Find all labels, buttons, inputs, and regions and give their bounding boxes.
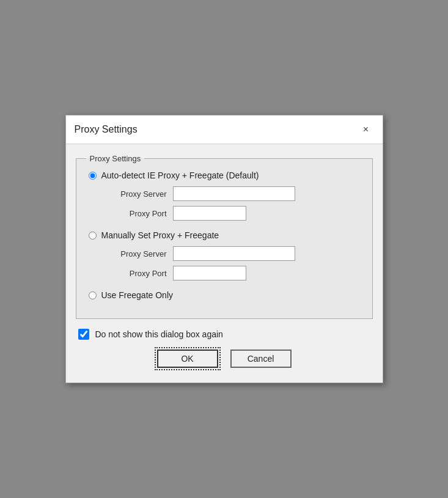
option1-port-input[interactable] — [173, 206, 246, 221]
option2-label[interactable]: Manually Set Proxy + Freegate — [101, 230, 219, 240]
option1-port-label: Proxy Port — [106, 209, 167, 218]
option1-radio[interactable] — [89, 172, 97, 180]
option2-server-row: Proxy Server — [106, 246, 360, 261]
option2-server-input[interactable] — [173, 246, 295, 261]
option2-server-label: Proxy Server — [106, 249, 167, 258]
option1-group: Auto-detect IE Proxy + Freegate (Default… — [89, 170, 360, 221]
do-not-show-row: Do not show this dialog box again — [76, 329, 373, 340]
option1-radio-row: Auto-detect IE Proxy + Freegate (Default… — [89, 170, 360, 180]
option1-port-row: Proxy Port — [106, 206, 360, 221]
proxy-settings-fieldset: Proxy Settings Auto-detect IE Proxy + Fr… — [76, 154, 373, 319]
option1-fields: Proxy Server Proxy Port — [106, 186, 360, 221]
ok-button[interactable]: OK — [157, 350, 218, 368]
option2-port-label: Proxy Port — [106, 269, 167, 278]
option2-port-input[interactable] — [173, 266, 246, 280]
button-row: OK Cancel — [76, 350, 373, 373]
option2-port-row: Proxy Port — [106, 266, 360, 280]
option1-server-label: Proxy Server — [106, 189, 167, 199]
option3-radio-row: Use Freegate Only — [89, 290, 360, 300]
do-not-show-checkbox[interactable] — [78, 329, 89, 340]
option1-label[interactable]: Auto-detect IE Proxy + Freegate (Default… — [101, 170, 259, 180]
option1-server-row: Proxy Server — [106, 186, 360, 201]
option2-radio-row: Manually Set Proxy + Freegate — [89, 230, 360, 240]
option2-fields: Proxy Server Proxy Port — [106, 246, 360, 280]
dialog-body: Proxy Settings Auto-detect IE Proxy + Fr… — [66, 144, 383, 383]
option3-label[interactable]: Use Freegate Only — [101, 290, 174, 300]
dialog-window: Proxy Settings × Proxy Settings Auto-det… — [65, 115, 383, 383]
option2-group: Manually Set Proxy + Freegate Proxy Serv… — [89, 230, 360, 280]
cancel-button[interactable]: Cancel — [230, 350, 292, 368]
dialog-title: Proxy Settings — [75, 124, 138, 135]
fieldset-legend: Proxy Settings — [86, 154, 145, 163]
option3-radio[interactable] — [89, 291, 97, 299]
do-not-show-label[interactable]: Do not show this dialog box again — [95, 329, 223, 339]
option2-radio[interactable] — [89, 232, 97, 240]
close-button[interactable]: × — [358, 122, 374, 137]
option1-server-input[interactable] — [173, 186, 295, 201]
title-bar: Proxy Settings × — [66, 115, 383, 144]
